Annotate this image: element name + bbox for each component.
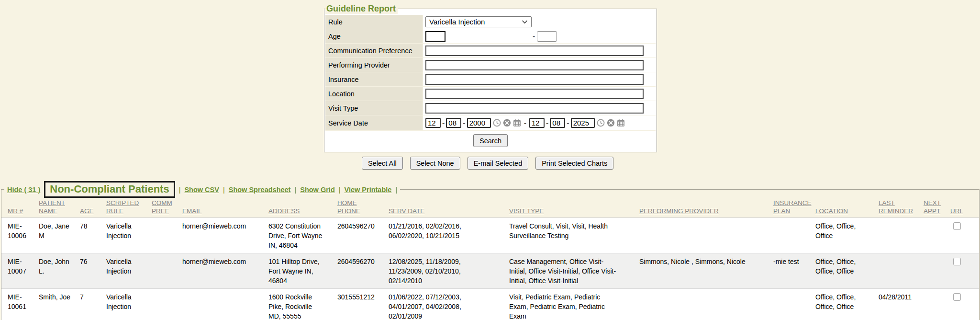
cell-serv: 12/08/2025, 11/18/2009, 11/23/2009, 02/1… [389, 253, 509, 289]
email-selected-button[interactable]: E-mail Selected [468, 157, 529, 170]
cell-comm [152, 289, 182, 320]
performing-provider-label: Performing Provider [325, 58, 423, 72]
col-header-name[interactable]: PATIENTNAME [39, 199, 80, 218]
cell-provider [639, 218, 773, 253]
view-printable-link[interactable]: View Printable [345, 186, 392, 194]
rule-row: Rule Varicella Injection [325, 15, 656, 29]
cell-address: 101 Hilltop Drive, Fort Wayne IN, 46804 [268, 253, 337, 289]
cell-rule: Varicella Injection [106, 218, 152, 253]
cell-name: Doe, Jane M [39, 218, 80, 253]
age-row: Age - [325, 29, 656, 44]
col-header-visit[interactable]: VISIT TYPE [509, 199, 639, 218]
print-selected-charts-button[interactable]: Print Selected Charts [535, 157, 613, 170]
cell-rule: Varicella Injection [106, 289, 152, 320]
select-none-button[interactable]: Select None [410, 157, 460, 170]
col-header-comm[interactable]: COMMPREF [152, 199, 182, 218]
visit-type-label: Visit Type [325, 101, 423, 115]
cell-address: 6302 Constitution Drive, Fort Wayne IN, … [268, 218, 337, 253]
guideline-report-form: Guideline Report Rule Varicella Injectio… [324, 4, 657, 152]
form-legend: Guideline Report [325, 4, 398, 14]
cell-name: Doe, John L. [39, 253, 80, 289]
clear-icon[interactable] [503, 119, 511, 127]
cell-rule: Varicella Injection [106, 253, 152, 289]
col-header-serv[interactable]: SERV DATE [389, 199, 509, 218]
select-all-button[interactable]: Select All [362, 157, 403, 170]
col-header-email[interactable]: EMAIL [182, 199, 268, 218]
calendar-icon[interactable] [617, 119, 625, 127]
cell-phone: 2604596270 [337, 253, 389, 289]
insurance-input[interactable] [425, 74, 644, 85]
col-header-provider[interactable]: PERFORMING PROVIDER [639, 199, 773, 218]
col-header-url[interactable]: URL [950, 199, 979, 218]
cell-location: Office, Office, Office [815, 218, 879, 253]
cell-phone: 3015551212 [337, 289, 389, 320]
date-separator: - [442, 119, 445, 127]
service-date-to-year[interactable] [571, 118, 595, 128]
service-date-from-year[interactable] [467, 118, 491, 128]
rule-select[interactable]: Varicella Injection [425, 16, 532, 27]
patients-table: MR #PATIENTNAMEAGESCRIPTEDRULECOMMPREFEM… [1, 199, 979, 320]
communication-preference-input[interactable] [425, 46, 644, 56]
communication-preference-label: Communication Preference [325, 44, 423, 57]
report-title: Non-Compliant Patients [44, 181, 175, 198]
location-label: Location [325, 87, 423, 101]
service-date-to-day[interactable] [550, 118, 565, 128]
url-checkbox[interactable] [953, 222, 961, 230]
cell-mr: MIE-10007 [1, 253, 39, 289]
col-header-last[interactable]: LASTREMINDER [879, 199, 924, 218]
cell-email: horner@mieweb.com [182, 218, 268, 253]
show-spreadsheet-link[interactable]: Show Spreadsheet [229, 186, 291, 194]
patient-row: MIE-10007Doe, John L.76Varicella Injecti… [1, 253, 979, 289]
service-date-from-day[interactable] [446, 118, 461, 128]
col-header-next[interactable]: NEXTAPPT [924, 199, 950, 218]
cell-visit: Case Management, Office Visit-Initial, O… [509, 253, 639, 289]
performing-provider-row: Performing Provider [325, 58, 656, 72]
url-checkbox[interactable] [953, 258, 961, 265]
col-header-address[interactable]: ADDRESS [268, 199, 337, 218]
cell-last [879, 218, 924, 253]
cell-last [879, 253, 924, 289]
cell-provider: Simmons, Nicole , Simmons, Nicole [639, 253, 773, 289]
col-header-rule[interactable]: SCRIPTEDRULE [106, 199, 152, 218]
clock-icon[interactable] [493, 119, 501, 127]
hide-link[interactable]: Hide ( 31 ) [7, 186, 40, 194]
cell-serv: 01/06/2022, 07/12/2003, 04/01/2007, 04/0… [389, 289, 509, 320]
cell-insurance: -mie test [773, 253, 815, 289]
service-date-from-month[interactable] [425, 118, 441, 128]
col-header-age[interactable]: AGE [80, 199, 106, 218]
show-csv-link[interactable]: Show CSV [184, 186, 219, 194]
cell-url [950, 253, 979, 289]
chevron-down-icon [522, 20, 528, 24]
age-to-input[interactable] [537, 31, 557, 42]
cell-location: Office, Office, Office, Office [815, 289, 879, 320]
age-from-input[interactable] [425, 31, 445, 42]
cell-next [924, 218, 950, 253]
visit-type-row: Visit Type [325, 101, 656, 115]
insurance-row: Insurance [325, 72, 656, 87]
performing-provider-input[interactable] [425, 60, 644, 70]
cell-mr: MIE-10006 [1, 218, 39, 253]
cell-address: 1600 Rockville Pike, Rockville MD, 55555 [268, 289, 337, 320]
show-grid-link[interactable]: Show Grid [300, 186, 335, 194]
cell-next [924, 289, 950, 320]
url-checkbox[interactable] [953, 293, 961, 301]
clear-icon[interactable] [607, 119, 615, 127]
col-header-mr[interactable]: MR # [1, 199, 39, 218]
location-input[interactable] [425, 89, 644, 99]
date-separator: - [463, 119, 465, 127]
insurance-label: Insurance [325, 72, 423, 86]
cell-visit: Travel Consult, Visit, Visit, Health Sur… [509, 218, 639, 253]
cell-last: 04/28/2011 [879, 289, 924, 320]
calendar-icon[interactable] [513, 119, 521, 127]
col-header-insurance[interactable]: INSURANCEPLAN [773, 199, 815, 218]
clock-icon[interactable] [597, 119, 605, 127]
service-date-to-month[interactable] [529, 118, 545, 128]
search-button[interactable]: Search [473, 134, 508, 147]
visit-type-input[interactable] [425, 103, 644, 114]
cell-serv: 01/21/2016, 02/02/2016, 06/02/2020, 10/2… [389, 218, 509, 253]
link-separator: | [339, 186, 341, 194]
link-separator: | [179, 186, 181, 194]
col-header-location[interactable]: LOCATION [815, 199, 879, 218]
patient-row: MIE-10006Doe, Jane M78Varicella Injectio… [1, 218, 979, 253]
col-header-phone[interactable]: HOMEPHONE [337, 199, 389, 218]
